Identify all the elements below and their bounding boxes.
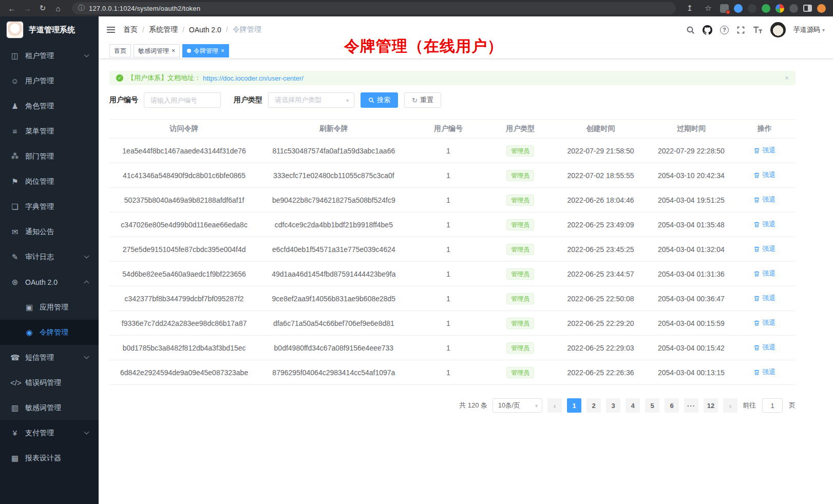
page-size-select[interactable]: 10条/页 ▾ <box>493 398 542 413</box>
user-menu[interactable]: 芋道源码 ▾ <box>793 25 825 34</box>
sidebar-item-menu[interactable]: ≡ 菜单管理 <box>0 119 99 144</box>
fullscreen-icon[interactable] <box>736 26 745 34</box>
chevron-down-icon <box>84 254 89 259</box>
breadcrumb-item[interactable]: 系统管理 <box>149 25 178 34</box>
user-avatar[interactable] <box>770 22 786 37</box>
bookmark-star-icon[interactable]: ☆ <box>702 2 715 14</box>
extension-icon-green[interactable] <box>762 4 770 13</box>
force-logout-button[interactable]: 强退 <box>753 343 775 352</box>
sidebar-item-oauth2[interactable]: ⊛ OAuth 2.0 <box>0 269 99 295</box>
next-page-button[interactable]: › <box>723 398 737 413</box>
sidebar-item-oauth2-token[interactable]: ◉ 令牌管理 <box>0 320 99 345</box>
delete-icon <box>753 172 760 179</box>
force-logout-button[interactable]: 强退 <box>753 318 775 327</box>
sidebar-item-role[interactable]: ♟ 角色管理 <box>0 93 99 119</box>
cell-refresh-token: e6cfd40eb1f54571a31e775e039c4624 <box>259 237 408 262</box>
header-actions: ? 芋道源码 ▾ <box>686 22 825 37</box>
breadcrumb-item[interactable]: OAuth 2.0 <box>189 26 221 34</box>
force-logout-button[interactable]: 强退 <box>753 220 775 229</box>
browser-back-icon[interactable]: ← <box>5 2 18 14</box>
cell-user-id: 1 <box>408 212 488 237</box>
tab-label: 令牌管理 <box>194 47 218 55</box>
sidebar-collapse-icon[interactable] <box>107 27 115 33</box>
cell-created-time: 2022-06-25 22:50:08 <box>553 286 649 311</box>
extension-icon-dark[interactable] <box>748 4 756 13</box>
sidebar-item-sensitive-word[interactable]: ▥ 敏感词管理 <box>0 395 99 420</box>
more-pages-button[interactable]: ··· <box>684 398 698 413</box>
sidebar-item-pay[interactable]: ¥ 支付管理 <box>0 420 99 445</box>
sidebar-item-post[interactable]: ⚑ 岗位管理 <box>0 169 99 194</box>
page-button[interactable]: 12 <box>704 398 718 413</box>
page-button[interactable]: 3 <box>606 398 620 413</box>
page-button[interactable]: 5 <box>645 398 659 413</box>
cell-created-time: 2022-07-02 18:55:55 <box>553 163 649 188</box>
cell-expire-time: 2054-03-04 01:32:04 <box>649 237 734 262</box>
tab-bar: 首页 敏感词管理 × 令牌管理 × <box>99 43 833 59</box>
sidebar-item-audit-log[interactable]: ✎ 审计日志 <box>0 244 99 269</box>
page-button[interactable]: 4 <box>626 398 640 413</box>
sidebar-item-dept[interactable]: ⁂ 部门管理 <box>0 144 99 169</box>
font-size-icon[interactable] <box>753 26 763 34</box>
sidebar-item-sms[interactable]: ☎ 短信管理 <box>0 345 99 370</box>
cell-created-time: 2022-06-25 23:44:57 <box>553 262 649 286</box>
sidebar-item-report-designer[interactable]: ▦ 报表设计器 <box>0 445 99 471</box>
table-row: b0d1785bc3a8482f812db4a3f3bd15ec b0df498… <box>109 336 796 360</box>
force-logout-button[interactable]: 强退 <box>753 146 775 155</box>
github-icon[interactable] <box>703 25 712 35</box>
search-icon[interactable] <box>686 26 695 34</box>
tab-label: 首页 <box>114 47 126 55</box>
prev-page-button[interactable]: ‹ <box>547 398 562 413</box>
tab-sensitive-word[interactable]: 敏感词管理 × <box>134 44 180 57</box>
breadcrumb-item[interactable]: 首页 <box>123 25 138 34</box>
close-icon[interactable]: × <box>172 47 175 54</box>
browser-home-icon[interactable]: ⌂ <box>51 2 65 14</box>
sidebar-item-user[interactable]: ☺ 用户管理 <box>0 68 99 93</box>
search-button[interactable]: 搜索 <box>361 92 398 108</box>
sidebar-item-tenant[interactable]: ◫ 租户管理 <box>0 43 99 68</box>
sidebar-item-error-code[interactable]: </> 错误码管理 <box>0 370 99 395</box>
help-icon[interactable]: ? <box>720 26 729 34</box>
extension-badge <box>726 10 730 14</box>
browser-forward-icon[interactable]: → <box>21 2 34 14</box>
sidebar-item-label: 角色管理 <box>25 102 54 111</box>
extension-icon-grid[interactable] <box>720 4 729 13</box>
user-type-select[interactable]: 请选择用户类型 ▾ <box>268 92 354 108</box>
app-logo[interactable]: 芋道管理系统 <box>0 16 99 43</box>
cell-expire-time: 2054-03-04 19:51:25 <box>649 188 734 212</box>
force-logout-button[interactable]: 强退 <box>753 367 775 377</box>
force-logout-button[interactable]: 强退 <box>753 244 775 254</box>
goto-page-input[interactable] <box>762 398 783 413</box>
page-button[interactable]: 6 <box>665 398 679 413</box>
extension-icon-ghost[interactable] <box>789 4 798 13</box>
browser-reload-icon[interactable]: ↻ <box>36 2 49 14</box>
table-row: 6d842e2924594de9a09e45e087323abe 8796295… <box>109 360 796 385</box>
reset-button[interactable]: ↻ 重置 <box>404 92 441 108</box>
split-view-icon[interactable] <box>803 5 812 12</box>
browser-profile-avatar[interactable] <box>817 4 826 13</box>
force-logout-button[interactable]: 强退 <box>753 294 775 303</box>
tenant-icon: ◫ <box>10 51 20 61</box>
close-icon[interactable]: × <box>221 47 224 54</box>
page-button[interactable]: 1 <box>567 398 581 413</box>
extension-icon-blue[interactable] <box>734 4 743 13</box>
role-icon: ♟ <box>10 102 20 111</box>
tab-token[interactable]: 令牌管理 × <box>182 44 229 57</box>
address-bar[interactable]: ⓘ 127.0.0.1:1024/system/oauth2/token <box>72 2 676 14</box>
force-logout-button[interactable]: 强退 <box>753 269 775 278</box>
cell-user-id: 1 <box>408 237 488 262</box>
doc-link[interactable]: https://doc.iocoder.cn/user-center/ <box>203 74 304 82</box>
page-button[interactable]: 2 <box>586 398 601 413</box>
close-icon[interactable]: × <box>785 74 789 82</box>
force-logout-button[interactable]: 强退 <box>753 170 775 180</box>
extension-icon-puzzle[interactable] <box>775 4 784 13</box>
force-logout-button[interactable]: 强退 <box>753 195 775 204</box>
share-icon[interactable]: ↥ <box>683 2 696 14</box>
sidebar-item-dict[interactable]: ❏ 字典管理 <box>0 194 99 219</box>
log-icon: ✎ <box>10 253 20 262</box>
sidebar-item-oauth2-app[interactable]: ▣ 应用管理 <box>0 295 99 320</box>
site-info-icon[interactable]: ⓘ <box>78 4 85 13</box>
sidebar-item-label: 支付管理 <box>25 429 54 438</box>
sidebar-item-notice[interactable]: ✉ 通知公告 <box>0 219 99 244</box>
tab-home[interactable]: 首页 <box>109 44 131 57</box>
user-id-input[interactable] <box>144 92 221 108</box>
